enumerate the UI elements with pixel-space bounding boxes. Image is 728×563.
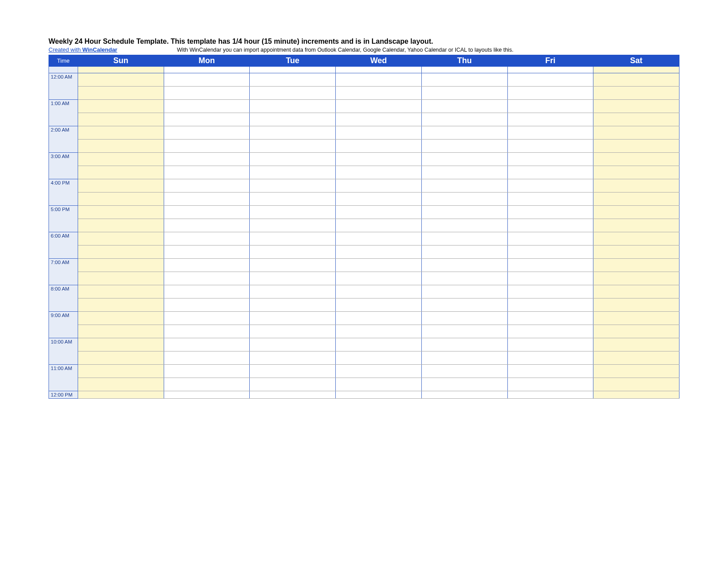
schedule-cell[interactable] — [78, 179, 164, 193]
schedule-cell[interactable] — [421, 378, 507, 391]
schedule-cell[interactable] — [593, 285, 679, 299]
schedule-cell[interactable] — [507, 365, 593, 378]
schedule-cell[interactable] — [507, 67, 593, 73]
schedule-cell[interactable] — [336, 153, 422, 166]
schedule-cell[interactable] — [507, 166, 593, 179]
schedule-cell[interactable] — [421, 272, 507, 285]
schedule-cell[interactable] — [250, 378, 336, 391]
schedule-cell[interactable] — [336, 126, 422, 140]
schedule-cell[interactable] — [250, 246, 336, 259]
schedule-cell[interactable] — [507, 246, 593, 259]
schedule-cell[interactable] — [78, 325, 164, 338]
schedule-cell[interactable] — [421, 113, 507, 126]
schedule-cell[interactable] — [507, 126, 593, 140]
schedule-cell[interactable] — [78, 232, 164, 246]
schedule-cell[interactable] — [593, 87, 679, 100]
schedule-cell[interactable] — [336, 166, 422, 179]
schedule-cell[interactable] — [421, 325, 507, 338]
schedule-cell[interactable] — [336, 87, 422, 100]
schedule-cell[interactable] — [336, 351, 422, 365]
schedule-cell[interactable] — [336, 179, 422, 193]
schedule-cell[interactable] — [593, 113, 679, 126]
schedule-cell[interactable] — [250, 193, 336, 206]
schedule-cell[interactable] — [421, 312, 507, 325]
schedule-cell[interactable] — [78, 351, 164, 365]
schedule-cell[interactable] — [250, 87, 336, 100]
schedule-cell[interactable] — [78, 193, 164, 206]
schedule-cell[interactable] — [164, 232, 250, 246]
schedule-cell[interactable] — [593, 126, 679, 140]
schedule-cell[interactable] — [507, 140, 593, 153]
schedule-cell[interactable] — [78, 87, 164, 100]
schedule-cell[interactable] — [336, 73, 422, 87]
schedule-cell[interactable] — [250, 179, 336, 193]
schedule-cell[interactable] — [507, 391, 593, 399]
schedule-cell[interactable] — [507, 299, 593, 312]
schedule-cell[interactable] — [336, 232, 422, 246]
schedule-cell[interactable] — [250, 299, 336, 312]
schedule-cell[interactable] — [421, 140, 507, 153]
schedule-cell[interactable] — [164, 153, 250, 166]
schedule-cell[interactable] — [164, 299, 250, 312]
schedule-cell[interactable] — [250, 232, 336, 246]
schedule-cell[interactable] — [78, 378, 164, 391]
schedule-cell[interactable] — [78, 246, 164, 259]
schedule-cell[interactable] — [421, 73, 507, 87]
schedule-cell[interactable] — [78, 100, 164, 113]
schedule-cell[interactable] — [164, 391, 250, 399]
schedule-cell[interactable] — [593, 166, 679, 179]
schedule-cell[interactable] — [593, 259, 679, 272]
schedule-cell[interactable] — [336, 206, 422, 219]
schedule-cell[interactable] — [164, 259, 250, 272]
schedule-cell[interactable] — [78, 259, 164, 272]
schedule-cell[interactable] — [78, 338, 164, 351]
schedule-cell[interactable] — [164, 206, 250, 219]
schedule-cell[interactable] — [164, 113, 250, 126]
schedule-cell[interactable] — [164, 272, 250, 285]
schedule-cell[interactable] — [250, 166, 336, 179]
schedule-cell[interactable] — [336, 113, 422, 126]
schedule-cell[interactable] — [507, 351, 593, 365]
schedule-cell[interactable] — [421, 246, 507, 259]
schedule-cell[interactable] — [164, 325, 250, 338]
schedule-cell[interactable] — [421, 166, 507, 179]
schedule-cell[interactable] — [507, 206, 593, 219]
schedule-cell[interactable] — [250, 113, 336, 126]
schedule-cell[interactable] — [507, 338, 593, 351]
schedule-cell[interactable] — [336, 378, 422, 391]
schedule-cell[interactable] — [336, 259, 422, 272]
schedule-cell[interactable] — [78, 312, 164, 325]
schedule-cell[interactable] — [78, 365, 164, 378]
schedule-cell[interactable] — [164, 179, 250, 193]
schedule-cell[interactable] — [336, 325, 422, 338]
schedule-cell[interactable] — [250, 67, 336, 73]
schedule-cell[interactable] — [250, 272, 336, 285]
schedule-cell[interactable] — [421, 285, 507, 299]
schedule-cell[interactable] — [593, 219, 679, 232]
schedule-cell[interactable] — [421, 153, 507, 166]
schedule-cell[interactable] — [78, 299, 164, 312]
schedule-cell[interactable] — [164, 126, 250, 140]
schedule-cell[interactable] — [164, 285, 250, 299]
schedule-cell[interactable] — [593, 153, 679, 166]
schedule-cell[interactable] — [593, 67, 679, 73]
schedule-cell[interactable] — [250, 351, 336, 365]
schedule-cell[interactable] — [593, 312, 679, 325]
created-with-link[interactable]: Created with WinCalendar — [49, 46, 117, 53]
schedule-cell[interactable] — [336, 338, 422, 351]
schedule-cell[interactable] — [593, 391, 679, 399]
schedule-cell[interactable] — [78, 126, 164, 140]
schedule-cell[interactable] — [164, 219, 250, 232]
schedule-cell[interactable] — [507, 153, 593, 166]
schedule-cell[interactable] — [78, 391, 164, 399]
schedule-cell[interactable] — [421, 299, 507, 312]
schedule-cell[interactable] — [336, 246, 422, 259]
schedule-cell[interactable] — [507, 325, 593, 338]
schedule-cell[interactable] — [507, 232, 593, 246]
schedule-cell[interactable] — [164, 166, 250, 179]
schedule-cell[interactable] — [421, 100, 507, 113]
schedule-cell[interactable] — [507, 259, 593, 272]
schedule-cell[interactable] — [593, 338, 679, 351]
schedule-cell[interactable] — [507, 179, 593, 193]
schedule-cell[interactable] — [421, 193, 507, 206]
